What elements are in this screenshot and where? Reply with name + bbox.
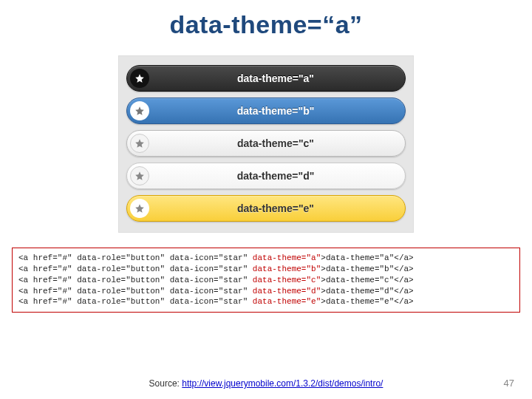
demo-button-theme-e[interactable]: data-theme="e" [126,195,406,222]
button-preview-panel: data-theme="a" data-theme="b" data-theme… [118,55,414,233]
code-example-block: <a href="#" data-role="button" data-icon… [12,248,520,313]
star-icon [130,101,149,120]
demo-button-theme-c[interactable]: data-theme="c" [126,130,406,157]
page-number: 47 [504,378,514,389]
demo-button-theme-b[interactable]: data-theme="b" [126,98,406,124]
star-icon [130,69,149,88]
button-label: data-theme="d" [149,170,402,182]
button-label: data-theme="e" [149,202,402,214]
source-prefix: Source: [149,378,183,389]
star-icon [130,166,149,185]
slide-footer: Source: http://view.jquerymobile.com/1.3… [0,378,532,389]
star-icon [130,134,149,153]
button-label: data-theme="c" [149,137,402,149]
demo-button-theme-d[interactable]: data-theme="d" [126,163,406,189]
button-label: data-theme="b" [149,105,402,117]
slide-title: data-theme=“a” [0,10,532,39]
source-link[interactable]: http://view.jquerymobile.com/1.3.2/dist/… [182,378,383,389]
star-icon [130,199,149,218]
button-label: data-theme="a" [149,72,402,84]
source-line: Source: http://view.jquerymobile.com/1.3… [0,378,532,389]
demo-button-theme-a[interactable]: data-theme="a" [126,65,406,92]
